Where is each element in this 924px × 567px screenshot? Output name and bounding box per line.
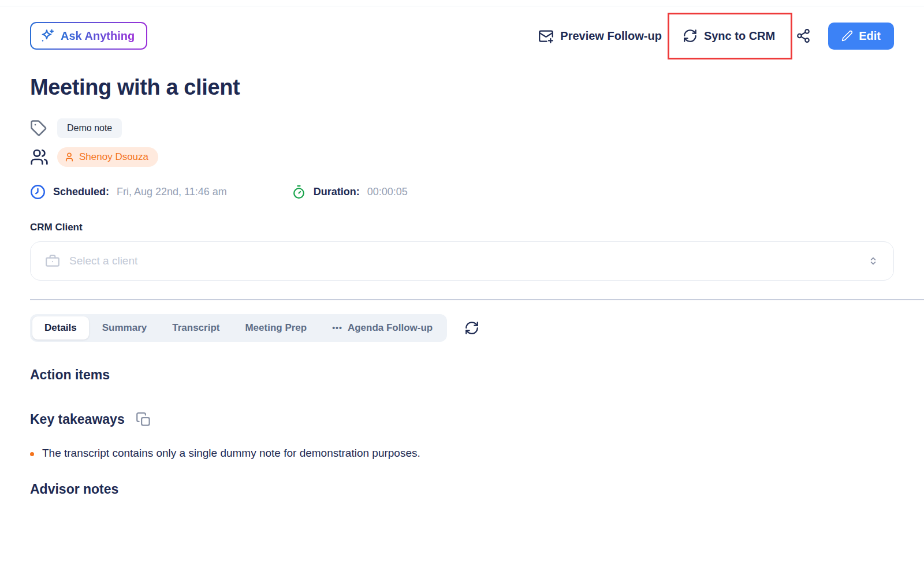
tab-bar: Details Summary Transcript Meeting Prep … (30, 314, 447, 342)
takeaway-item: The transcript contains only a single du… (30, 447, 894, 460)
edit-label: Edit (859, 29, 881, 43)
tag-badge[interactable]: Demo note (57, 118, 122, 138)
duration-label: Duration: (314, 186, 360, 198)
refresh-icon (464, 320, 479, 335)
clock-icon (30, 184, 46, 200)
meeting-note-page: Ask Anything Preview Follow-up (0, 0, 924, 497)
page-title: Meeting with a client (30, 75, 894, 100)
action-items-heading: Action items (30, 367, 894, 383)
chevrons-up-down-icon (867, 255, 879, 267)
tabs-row: Details Summary Transcript Meeting Prep … (30, 314, 894, 342)
tab-summary[interactable]: Summary (90, 316, 159, 340)
sparkles-icon (40, 28, 55, 43)
section-divider (30, 299, 924, 300)
tab-label: Meeting Prep (245, 322, 307, 334)
user-icon (64, 152, 74, 162)
tab-details[interactable]: Details (32, 316, 89, 340)
duration-group: Duration: 00:00:05 (292, 185, 408, 199)
refresh-tabs-button[interactable] (464, 320, 479, 335)
attendee-badge[interactable]: Shenoy Dsouza (57, 147, 158, 167)
sync-to-crm-container: Sync to CRM (679, 28, 778, 43)
preview-followup-label: Preview Follow-up (560, 29, 662, 43)
briefcase-icon (45, 253, 60, 268)
tab-meeting-prep[interactable]: Meeting Prep (233, 316, 319, 340)
ask-anything-label: Ask Anything (61, 29, 135, 43)
mail-plus-icon (538, 28, 554, 44)
crm-select-placeholder: Select a client (69, 255, 137, 267)
duration-value: 00:00:05 (367, 186, 408, 198)
tags-row: Demo note (30, 118, 894, 138)
attendees-row: Shenoy Dsouza (30, 147, 894, 167)
tab-agenda-follow-up[interactable]: ••• Agenda Follow-up (320, 316, 445, 340)
attendee-name: Shenoy Dsouza (79, 151, 148, 163)
copy-icon (136, 412, 151, 427)
edit-button[interactable]: Edit (828, 23, 894, 50)
key-takeaways-heading: Key takeaways (30, 412, 125, 427)
top-divider (0, 6, 924, 6)
bullet-dot (30, 452, 34, 456)
tab-label: Agenda Follow-up (348, 322, 433, 334)
ask-anything-button[interactable]: Ask Anything (30, 22, 147, 50)
header-actions: Preview Follow-up Sync to CRM (538, 23, 894, 50)
tab-label: Details (44, 322, 77, 334)
schedule-row: Scheduled: Fri, Aug 22nd, 11:46 am Durat… (30, 184, 894, 200)
crm-client-select[interactable]: Select a client (30, 241, 894, 281)
copy-button[interactable] (136, 412, 151, 427)
ellipsis-icon: ••• (332, 323, 342, 333)
preview-followup-button[interactable]: Preview Follow-up (538, 28, 662, 44)
sync-to-crm-label: Sync to CRM (704, 29, 775, 43)
scheduled-label: Scheduled: (53, 186, 109, 198)
tab-label: Transcript (172, 322, 219, 334)
share-button[interactable] (796, 28, 811, 43)
sync-to-crm-button[interactable]: Sync to CRM (683, 28, 775, 43)
stopwatch-icon (292, 185, 306, 199)
scheduled-value: Fri, Aug 22nd, 11:46 am (117, 186, 227, 198)
scheduled-group: Scheduled: Fri, Aug 22nd, 11:46 am (30, 184, 227, 200)
tag-icon (30, 120, 47, 137)
advisor-notes-heading: Advisor notes (30, 482, 894, 497)
share-icon (796, 28, 811, 43)
tab-transcript[interactable]: Transcript (160, 316, 232, 340)
header-toolbar: Ask Anything Preview Follow-up (30, 0, 894, 50)
takeaway-text: The transcript contains only a single du… (42, 447, 420, 460)
pencil-icon (841, 30, 853, 42)
users-icon (30, 148, 49, 166)
crm-client-label: CRM Client (30, 222, 894, 233)
key-takeaways-row: Key takeaways (30, 412, 894, 427)
sync-icon (683, 28, 698, 43)
tab-label: Summary (102, 322, 147, 334)
